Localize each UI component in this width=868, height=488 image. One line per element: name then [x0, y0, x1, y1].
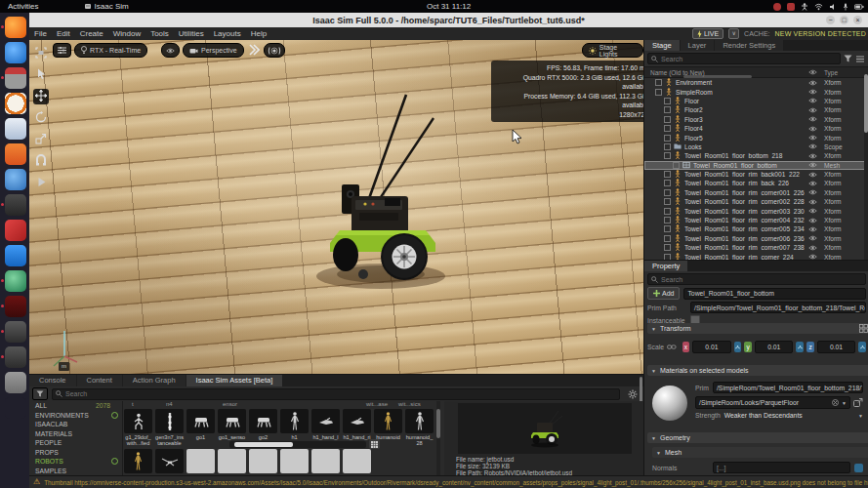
visibility-eye-icon[interactable] [808, 172, 817, 178]
category-props[interactable]: PROPS [29, 448, 122, 458]
close-button[interactable]: × [853, 16, 862, 24]
scale-x-field[interactable]: 0.01 [692, 341, 730, 353]
asset-item[interactable] [343, 449, 371, 473]
materials-section-header[interactable]: ▼Materials on selected models [647, 365, 868, 376]
capture-button[interactable] [264, 43, 285, 58]
menu-edit[interactable]: Edit [52, 29, 75, 38]
visibility-eye-icon[interactable] [808, 153, 817, 159]
visibility-eye-icon[interactable] [808, 189, 817, 195]
stage-tree-row-Towel_Room01_floor_rim_corner004_232[interactable]: Towel_Room01_floor_rim_corner004_232 Xfo… [644, 216, 868, 224]
menu-utilities[interactable]: Utilities [174, 29, 209, 38]
options-icon[interactable] [856, 56, 864, 62]
stage-tree-row-Floor3[interactable]: Floor3 Xform [644, 115, 868, 124]
viewport-3d[interactable]: RTX - Real-Time Perspective Stage Lights… [29, 40, 643, 374]
asset-item-g1-29dof-with-fied[interactable]: g1_29dof_with...fied [124, 409, 152, 446]
asset-thumbnail[interactable] [155, 449, 184, 473]
visibility-eye-icon[interactable] [808, 162, 817, 168]
asset-item[interactable] [249, 449, 277, 473]
visibility-eye-icon[interactable] [808, 143, 817, 149]
menu-create[interactable]: Create [75, 29, 108, 38]
tab-content[interactable]: Content [77, 375, 122, 386]
stage-search-input[interactable]: Search [647, 53, 841, 64]
stage-tree-row-Towel_Room01_floor_rim_corner001_226[interactable]: Towel_Room01_floor_rim_corner001_226 Xfo… [644, 188, 868, 197]
dock-item-game-controller[interactable] [5, 346, 26, 368]
asset-item-gen3n7-instanceable[interactable]: gen3n7_instanceable [155, 409, 184, 446]
scale-x-curve-button[interactable] [734, 342, 742, 352]
transform-section-header[interactable]: ▼Transform [647, 323, 868, 334]
dock-item-help[interactable] [5, 169, 26, 190]
visibility-eye-icon[interactable] [808, 235, 817, 241]
viewport-settings-button[interactable] [53, 43, 71, 58]
grid-view-button[interactable] [369, 439, 380, 449]
expand-toggle[interactable] [664, 116, 671, 123]
stage-tree-row-Towel_Room01_floor_rim_corner007_238[interactable]: Towel_Room01_floor_rim_corner007_238 Xfo… [644, 243, 868, 252]
dock-item-vscode[interactable] [5, 245, 26, 266]
scrollbar-thumb[interactable] [234, 442, 293, 447]
stage-tree-row-Towel_Room01_floor_rim_corner002_228[interactable]: Towel_Room01_floor_rim_corner002_228 Xfo… [644, 197, 868, 206]
asset-thumbnail[interactable] [186, 449, 215, 473]
property-search-input[interactable]: Search [647, 273, 866, 285]
visibility-button[interactable] [161, 43, 180, 58]
tab-render-settings[interactable]: Render Settings [715, 40, 783, 51]
dock-item-keepass[interactable] [5, 220, 26, 241]
asset-search-input[interactable]: Search [52, 388, 620, 400]
dock-item-software-store[interactable] [5, 143, 26, 165]
category-samples[interactable]: SAMPLES [29, 467, 122, 476]
tab-layer[interactable]: Layer [681, 40, 715, 51]
window-titlebar[interactable]: Isaac Sim Full 5.0.0 - /home/sparc/TUT6_… [29, 13, 868, 27]
scale-z-field[interactable]: 0.01 [817, 341, 855, 353]
expand-toggle[interactable] [664, 217, 671, 224]
expand-toggle[interactable] [664, 208, 671, 215]
menu-window[interactable]: Window [108, 29, 145, 38]
expand-toggle[interactable] [673, 162, 680, 169]
visibility-eye-icon[interactable] [808, 116, 817, 122]
menu-file[interactable]: File [29, 29, 52, 38]
stage-tree-row-Towel_Room01_floor_rim_corner003_230[interactable]: Towel_Room01_floor_rim_corner003_230 Xfo… [644, 206, 868, 215]
expand-toggle[interactable] [664, 225, 671, 232]
new-version-notice[interactable]: NEW VERSION DETECTED [775, 30, 866, 37]
stage-tree-row-Towel_Room01_floor_rim_corner006_236[interactable]: Towel_Room01_floor_rim_corner006_236 Xfo… [644, 234, 868, 243]
dock-item-firefox[interactable] [5, 17, 26, 38]
strength-value[interactable]: Weaker than Descendants [724, 412, 803, 419]
visibility-eye-icon[interactable] [808, 89, 817, 95]
stage-tree-row-Floor[interactable]: Floor Xform [644, 97, 868, 105]
visibility-eye-icon[interactable] [808, 135, 817, 141]
tool-select-button[interactable] [33, 67, 49, 83]
stage-tree-row-Floor4[interactable]: Floor4 Xform [644, 124, 868, 133]
expand-toggle[interactable] [664, 235, 671, 242]
asset-thumbnail[interactable] [374, 409, 402, 433]
prim-name-field[interactable]: Towel_Room01_floor_bottom [683, 288, 866, 300]
asset-thumbnail[interactable] [280, 449, 309, 473]
scale-y-field[interactable]: 0.01 [755, 341, 793, 353]
menu-tools[interactable]: Tools [145, 29, 174, 38]
visibility-eye-icon[interactable] [808, 199, 817, 205]
expand-toggle[interactable] [664, 180, 671, 186]
geometry-section-header[interactable]: ▼Geometry [647, 432, 868, 443]
stage-tree-row-Looks[interactable]: Looks Scope [644, 142, 868, 151]
asset-filter-button[interactable] [32, 387, 48, 400]
asset-thumbnail[interactable] [218, 449, 246, 473]
expand-toggle[interactable] [655, 89, 662, 96]
filter-icon[interactable] [844, 55, 852, 62]
expand-toggle[interactable] [664, 198, 671, 205]
visibility-eye-icon[interactable] [808, 218, 817, 224]
stage-tree-row-SimpleRoom[interactable]: SimpleRoom Xform [644, 87, 868, 96]
stage-tree-row-Towel_Room01_floor_rim_corner_224[interactable]: Towel_Room01_floor_rim_corner_224 Xform [644, 252, 868, 260]
clear-icon[interactable] [832, 399, 839, 406]
expand-toggle[interactable] [664, 125, 671, 132]
tool-snap-button[interactable] [33, 153, 49, 169]
tool-play-button[interactable] [33, 175, 49, 190]
mesh-section-header[interactable]: ▼Mesh [652, 447, 868, 458]
minimize-button[interactable]: − [826, 16, 835, 24]
visibility-eye-icon[interactable] [808, 208, 817, 214]
visibility-eye-icon[interactable] [808, 80, 817, 86]
dock-item-media-player[interactable] [5, 296, 26, 317]
renderer-selector[interactable]: RTX - Real-Time [74, 43, 147, 58]
scale-y-curve-button[interactable] [796, 342, 804, 352]
category-isaaclab[interactable]: ISAACLAB [29, 420, 122, 429]
stage-lights-button[interactable]: Stage Lights [582, 43, 643, 58]
dock-item-isaac-sim[interactable] [5, 321, 26, 343]
normals-curve-button[interactable] [854, 464, 863, 472]
asset-thumbnail[interactable] [186, 409, 215, 433]
menu-help[interactable]: Help [246, 29, 271, 38]
